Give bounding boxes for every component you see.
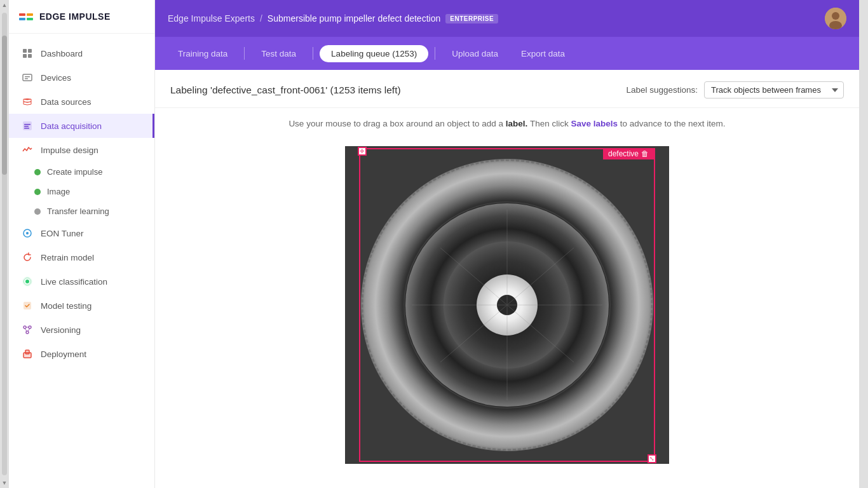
instruction-save-word: Save labels bbox=[571, 119, 618, 128]
enterprise-badge: ENTERPRISE bbox=[445, 14, 498, 24]
sidebar-item-versioning[interactable]: Versioning bbox=[9, 318, 154, 342]
sidebar-item-devices[interactable]: Devices bbox=[9, 65, 154, 90]
sidebar-item-live-classification[interactable]: Live classification bbox=[9, 269, 154, 294]
sidebar-item-data-acquisition[interactable]: Data acquisition bbox=[9, 114, 154, 138]
bbox-label[interactable]: defective 🗑 bbox=[603, 148, 654, 159]
suggestions-select[interactable]: Track objects between frames No suggesti… bbox=[704, 81, 844, 98]
data-sources-icon bbox=[22, 96, 33, 107]
live-classification-label: Live classification bbox=[41, 277, 107, 287]
logo-bar-orange bbox=[27, 13, 33, 16]
svg-rect-6 bbox=[25, 78, 28, 79]
left-scrollbar[interactable]: ▲ ▼ bbox=[0, 0, 9, 488]
svg-rect-3 bbox=[28, 54, 32, 58]
content-area: Labeling 'defective_cast_front-0061' (12… bbox=[155, 70, 859, 488]
svg-rect-2 bbox=[23, 54, 27, 58]
instruction-label-word: label. bbox=[506, 119, 528, 128]
dashboard-label: Dashboard bbox=[41, 49, 83, 58]
instruction-middle: Then click bbox=[530, 119, 569, 128]
bounding-box[interactable]: ✛ defective 🗑 ⤡ bbox=[359, 148, 655, 462]
breadcrumb-separator: / bbox=[260, 13, 262, 24]
tab-export-data[interactable]: Export data bbox=[511, 44, 575, 64]
versioning-icon bbox=[22, 324, 33, 336]
tab-divider-2 bbox=[313, 47, 313, 60]
create-impulse-label: Create impulse bbox=[47, 167, 102, 177]
dashboard-icon bbox=[22, 48, 33, 59]
svg-rect-0 bbox=[23, 49, 27, 53]
scroll-down[interactable]: ▼ bbox=[0, 478, 9, 488]
tab-test-data[interactable]: Test data bbox=[251, 44, 306, 64]
deployment-label: Deployment bbox=[41, 349, 86, 359]
sidebar-item-data-sources[interactable]: Data sources bbox=[9, 90, 154, 114]
sidebar-item-deployment[interactable]: Deployment bbox=[9, 342, 154, 366]
data-sources-label: Data sources bbox=[41, 97, 92, 107]
scroll-track bbox=[2, 13, 7, 475]
logo-bar-blue bbox=[19, 18, 25, 20]
breadcrumb-current: Submersible pump impeller defect detecti… bbox=[268, 13, 440, 24]
devices-label: Devices bbox=[41, 73, 71, 83]
svg-rect-9 bbox=[24, 126, 29, 127]
logo-icon bbox=[19, 13, 33, 20]
svg-point-12 bbox=[26, 232, 29, 234]
sidebar-item-model-testing[interactable]: Model testing bbox=[9, 294, 154, 318]
image-canvas[interactable]: ✛ defective 🗑 ⤡ bbox=[345, 146, 669, 464]
sidebar-item-transfer-learning[interactable]: Transfer learning bbox=[9, 201, 154, 221]
retrain-model-label: Retrain model bbox=[41, 253, 94, 262]
logo-text: EDGE IMPULSE bbox=[39, 11, 111, 22]
eon-icon bbox=[22, 227, 33, 239]
right-scrollbar[interactable] bbox=[859, 0, 868, 488]
main-content: Edge Impulse Experts / Submersible pump … bbox=[155, 0, 859, 488]
svg-rect-8 bbox=[24, 124, 31, 125]
breadcrumb-link[interactable]: Edge Impulse Experts bbox=[168, 13, 255, 24]
instruction-before: Use your mouse to drag a box around an o… bbox=[288, 119, 503, 128]
tab-divider-1 bbox=[244, 47, 245, 60]
svg-rect-5 bbox=[25, 76, 30, 78]
image-dot bbox=[34, 189, 41, 195]
breadcrumb: Edge Impulse Experts / Submersible pump … bbox=[168, 13, 498, 24]
svg-rect-10 bbox=[24, 128, 29, 129]
sidebar-item-retrain-model[interactable]: Retrain model bbox=[9, 245, 154, 269]
sidebar-item-dashboard[interactable]: Dashboard bbox=[9, 41, 154, 65]
svg-line-22 bbox=[28, 329, 30, 331]
sidebar: EDGE IMPULSE Dashboard bbox=[9, 0, 155, 488]
svg-point-18 bbox=[29, 326, 31, 329]
tab-bar: Training data Test data Labeling queue (… bbox=[155, 37, 859, 70]
logo-bar-red bbox=[19, 13, 25, 16]
create-impulse-dot bbox=[34, 169, 41, 175]
bbox-handle-bottomright[interactable]: ⤡ bbox=[648, 454, 656, 463]
sidebar-item-eon-tuner[interactable]: EON Tuner bbox=[9, 221, 154, 245]
eon-tuner-label: EON Tuner bbox=[41, 229, 84, 238]
scroll-up[interactable]: ▲ bbox=[0, 0, 9, 10]
sidebar-item-impulse-design[interactable]: Impulse design bbox=[9, 138, 154, 162]
svg-point-17 bbox=[24, 326, 26, 329]
model-testing-label: Model testing bbox=[41, 301, 92, 311]
label-suggestions-text: Label suggestions: bbox=[626, 85, 698, 95]
svg-rect-1 bbox=[28, 49, 32, 53]
tab-training-data[interactable]: Training data bbox=[168, 44, 238, 64]
devices-icon bbox=[22, 72, 33, 83]
label-suggestions-container: Label suggestions: Track objects between… bbox=[626, 81, 844, 98]
svg-point-13 bbox=[25, 280, 29, 283]
live-icon bbox=[22, 276, 33, 287]
svg-point-28 bbox=[832, 12, 839, 20]
instruction-after: to advance to the next item. bbox=[620, 119, 726, 128]
versioning-label: Versioning bbox=[41, 325, 81, 335]
data-acquisition-label: Data acquisition bbox=[41, 121, 102, 131]
tab-labeling-queue[interactable]: Labeling queue (1253) bbox=[320, 45, 428, 62]
image-label: Image bbox=[47, 187, 70, 196]
labeling-title: Labeling 'defective_cast_front-0061' (12… bbox=[170, 85, 401, 96]
transfer-learning-dot bbox=[34, 208, 41, 215]
svg-point-19 bbox=[26, 331, 29, 334]
model-icon bbox=[22, 300, 33, 311]
labeling-header: Labeling 'defective_cast_front-0061' (12… bbox=[155, 70, 859, 108]
bbox-handle-topleft[interactable]: ✛ bbox=[358, 147, 367, 156]
avatar[interactable] bbox=[825, 8, 846, 29]
retrain-icon bbox=[22, 252, 33, 263]
sidebar-item-image[interactable]: Image bbox=[9, 182, 154, 201]
data-acquisition-icon bbox=[22, 120, 33, 132]
image-area: ✛ defective 🗑 ⤡ bbox=[155, 140, 859, 477]
logo: EDGE IMPULSE bbox=[9, 0, 154, 34]
trash-icon[interactable]: 🗑 bbox=[641, 149, 649, 158]
sidebar-item-create-impulse[interactable]: Create impulse bbox=[9, 162, 154, 182]
svg-line-21 bbox=[25, 329, 27, 331]
tab-upload-data[interactable]: Upload data bbox=[442, 44, 508, 64]
